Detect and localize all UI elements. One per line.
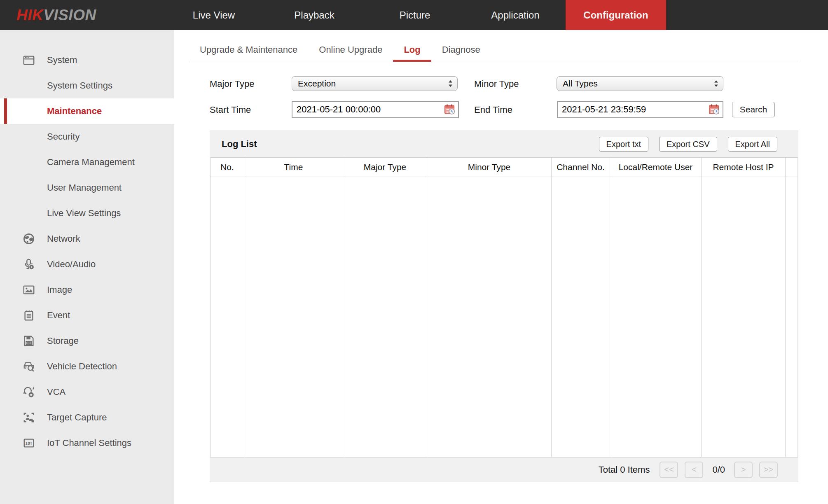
export-txt-button[interactable]: Export txt (599, 137, 648, 152)
major-type-value: Exception (298, 79, 336, 89)
top-nav-items: Live ViewPlaybackPictureApplicationConfi… (164, 0, 666, 30)
next-page-button[interactable]: > (734, 462, 753, 478)
sidebar-item-image[interactable]: Image (0, 277, 174, 303)
major-type-label: Major Type (210, 79, 254, 89)
export-csv-button[interactable]: Export CSV (659, 137, 717, 152)
minor-type-select[interactable]: All Types (557, 76, 723, 91)
nav-item-playback[interactable]: Playback (264, 0, 365, 30)
sidebar-item-iot-channel-settings[interactable]: IOTIoT Channel Settings (0, 430, 174, 456)
tab-diagnose[interactable]: Diagnose (431, 30, 491, 62)
sidebar-list: SystemSystem SettingsMaintenanceSecurity… (0, 30, 174, 456)
sidebar-item-label: Vehicle Detection (47, 361, 117, 372)
column-header-channel-no: Channel No. (552, 158, 610, 177)
column-header-no: No. (211, 158, 244, 177)
prev-page-button[interactable]: < (685, 462, 703, 478)
tab-upgrade-maintenance[interactable]: Upgrade & Maintenance (189, 30, 308, 62)
search-button[interactable]: Search (732, 102, 775, 117)
sidebar-item-target-capture[interactable]: Target Capture (0, 405, 174, 430)
total-items-text: Total 0 Items (599, 464, 650, 475)
hikvision-logo: HIKVISION (16, 0, 96, 30)
log-list-header: Log List Export txtExport CSVExport All (210, 131, 798, 157)
sidebar-item-label: Video/Audio (47, 259, 96, 270)
sidebar-item-label: Network (47, 233, 80, 244)
sidebar-item-vca[interactable]: VCA (0, 379, 174, 405)
sidebar-item-system-settings[interactable]: System Settings (0, 73, 174, 98)
sidebar-item-storage[interactable]: Storage (0, 328, 174, 354)
nav-item-picture[interactable]: Picture (365, 0, 465, 30)
sidebar-item-system[interactable]: System (0, 47, 174, 73)
column-local-remote-user: Local/Remote User (610, 158, 702, 457)
nav-item-configuration[interactable]: Configuration (566, 0, 666, 30)
column-header-empty (786, 158, 798, 177)
nav-item-application[interactable]: Application (465, 0, 566, 30)
sidebar-item-label: IoT Channel Settings (47, 438, 131, 448)
calendar-icon[interactable] (444, 103, 456, 116)
select-arrows-icon (713, 79, 719, 88)
image-icon (22, 283, 35, 296)
log-list-title: Log List (222, 139, 257, 149)
sidebar-item-label: System (47, 55, 77, 65)
sidebar-item-vehicle-detection[interactable]: Vehicle Detection (0, 354, 174, 379)
storage-icon (22, 334, 35, 348)
log-table: No.TimeMajor TypeMinor TypeChannel No.Lo… (210, 157, 798, 457)
calendar-icon[interactable] (708, 103, 720, 116)
sidebar-item-label: VCA (47, 387, 65, 397)
sidebar-item-camera-management[interactable]: Camera Management (0, 149, 174, 175)
first-page-button[interactable]: << (660, 462, 678, 478)
vehicle-detection-icon (22, 360, 35, 373)
nav-item-live-view[interactable]: Live View (164, 0, 264, 30)
minor-type-label: Minor Type (474, 79, 519, 89)
pagination-bar: Total 0 Items << < 0/0 > >> (210, 457, 798, 482)
table-scrollbar-gutter (786, 158, 798, 457)
end-time-label: End Time (474, 105, 512, 115)
vca-icon (22, 385, 35, 399)
sidebar-item-user-management[interactable]: User Management (0, 175, 174, 201)
column-time: Time (244, 158, 343, 457)
column-major-type: Major Type (343, 158, 427, 457)
sidebar-item-label: Storage (47, 336, 79, 346)
sidebar-item-label: Security (47, 131, 80, 142)
tab-online-upgrade[interactable]: Online Upgrade (308, 30, 393, 62)
network-icon (22, 232, 35, 245)
log-list-panel: Log List Export txtExport CSVExport All … (210, 131, 798, 482)
main-content: Upgrade & MaintenanceOnline UpgradeLogDi… (174, 30, 828, 504)
event-icon (22, 309, 35, 322)
video-audio-icon (22, 258, 35, 271)
sidebar-item-label: System Settings (47, 80, 112, 91)
column-no: No. (211, 158, 244, 457)
sidebar-item-live-view-settings[interactable]: Live View Settings (0, 201, 174, 226)
column-header-time: Time (244, 158, 343, 177)
sidebar-item-label: Image (47, 285, 72, 295)
sidebar-item-video-audio[interactable]: Video/Audio (0, 252, 174, 277)
column-remote-host-ip: Remote Host IP (702, 158, 786, 457)
column-minor-type: Minor Type (427, 158, 552, 457)
sidebar: SystemSystem SettingsMaintenanceSecurity… (0, 30, 174, 504)
sidebar-item-label: Target Capture (47, 412, 107, 423)
sidebar-item-label: Event (47, 310, 70, 321)
start-time-input[interactable]: 2021-05-21 00:00:00 (292, 101, 459, 118)
sidebar-item-maintenance[interactable]: Maintenance (0, 98, 174, 124)
column-header-major-type: Major Type (343, 158, 427, 177)
target-capture-icon (22, 411, 35, 424)
sidebar-item-label: Camera Management (47, 157, 135, 168)
major-type-select[interactable]: Exception (292, 76, 458, 91)
column-header-local-remote-user: Local/Remote User (610, 158, 701, 177)
sidebar-item-event[interactable]: Event (0, 303, 174, 328)
start-time-value: 2021-05-21 00:00:00 (292, 104, 444, 115)
top-nav: HIKVISION Live ViewPlaybackPictureApplic… (0, 0, 828, 30)
last-page-button[interactable]: >> (759, 462, 778, 478)
sidebar-item-security[interactable]: Security (0, 124, 174, 149)
iot-icon: IOT (22, 436, 35, 450)
page-indicator: 0/0 (712, 464, 725, 475)
start-time-label: Start Time (210, 105, 251, 115)
sidebar-item-network[interactable]: Network (0, 226, 174, 252)
tab-log[interactable]: Log (393, 30, 431, 62)
select-arrows-icon (448, 79, 453, 88)
sidebar-item-label: Maintenance (47, 106, 102, 117)
sidebar-item-label: Live View Settings (47, 208, 121, 219)
svg-text:IOT: IOT (26, 441, 33, 446)
column-header-minor-type: Minor Type (427, 158, 551, 177)
export-all-button[interactable]: Export All (728, 137, 777, 152)
end-time-input[interactable]: 2021-05-21 23:59:59 (557, 101, 723, 118)
logo-vision: VISION (43, 7, 96, 24)
